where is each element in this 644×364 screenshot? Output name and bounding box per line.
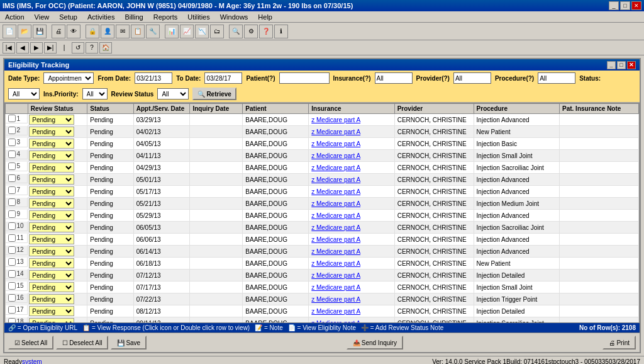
review-status-select[interactable]: Pending [29, 139, 74, 149]
toolbar-btn2[interactable]: 👤 [101, 25, 114, 38]
maximize-button[interactable]: □ [620, 1, 630, 10]
insurance-link[interactable]: z Medicare part A [311, 176, 360, 183]
row-checkbox[interactable] [8, 246, 16, 254]
table-row[interactable]: 16PendingPending07/22/13BAARE,DOUGz Medi… [6, 293, 639, 305]
menu-view[interactable]: View [32, 13, 52, 21]
toolbar-btn8[interactable]: 📉 [195, 25, 209, 38]
row-checkbox[interactable] [8, 151, 16, 158]
toolbar-btn6[interactable]: 📊 [165, 25, 179, 38]
table-row[interactable]: 1PendingPending03/29/13BAARE,DOUGz Medic… [6, 114, 639, 126]
cell-review-status[interactable]: Pending [28, 162, 87, 174]
cell-insurance[interactable]: z Medicare part A [309, 162, 394, 174]
cell-review-status[interactable]: Pending [28, 270, 87, 282]
nav-prev[interactable]: ◀ [16, 42, 29, 54]
row-checkbox[interactable] [8, 270, 16, 278]
review-status-select[interactable]: Pending [29, 198, 74, 208]
row-checkbox[interactable] [8, 306, 16, 314]
dialog-maximize[interactable]: □ [617, 61, 626, 69]
row-checkbox[interactable] [8, 115, 16, 122]
cell-review-status[interactable]: Pending [28, 126, 87, 138]
row-checkbox[interactable] [8, 282, 16, 290]
cell-review-status[interactable]: Pending [28, 198, 87, 210]
row-checkbox[interactable] [8, 294, 16, 302]
cell-review-status[interactable]: Pending [28, 210, 87, 222]
insurance-link[interactable]: z Medicare part A [311, 308, 360, 315]
review-status-select[interactable]: Pending [29, 151, 74, 161]
review-status-select[interactable]: Pending [29, 306, 74, 316]
nav-last[interactable]: ▶| [44, 42, 57, 54]
toolbar-btn3[interactable]: ✉ [116, 25, 130, 38]
table-row[interactable]: 8PendingPending05/21/13BAARE,DOUGz Medic… [6, 198, 639, 210]
insurance-link[interactable]: z Medicare part A [311, 260, 360, 267]
toolbar-btn4[interactable]: 📋 [131, 25, 145, 38]
row-checkbox[interactable] [8, 258, 16, 266]
from-date-input[interactable] [135, 72, 172, 84]
cell-review-status[interactable]: Pending [28, 186, 87, 198]
menu-utilities[interactable]: Utilities [185, 13, 212, 21]
cell-review-status[interactable]: Pending [28, 317, 87, 324]
procedure-input[interactable] [538, 72, 575, 84]
menu-billing[interactable]: Billing [122, 13, 145, 21]
table-row[interactable]: 2PendingPending04/02/13BAARE,DOUGz Medic… [6, 126, 639, 138]
toolbar-btn13[interactable]: ℹ [274, 25, 288, 38]
table-row[interactable]: 18PendingPending09/11/13BAARE,DOUGz Medi… [6, 317, 639, 324]
toolbar-btn11[interactable]: ⚙ [244, 25, 258, 38]
cell-insurance[interactable]: z Medicare part A [309, 258, 394, 270]
table-row[interactable]: 12PendingPending06/14/13BAARE,DOUGz Medi… [6, 246, 639, 258]
toolbar-save[interactable]: 💾 [33, 25, 47, 38]
insurance-link[interactable]: z Medicare part A [311, 200, 360, 207]
review-status-select[interactable]: Pending [29, 318, 74, 323]
toolbar-new[interactable]: 📄 [3, 25, 16, 38]
cell-insurance[interactable]: z Medicare part A [309, 114, 394, 126]
review-status-select[interactable]: Pending [29, 282, 74, 292]
table-row[interactable]: 6PendingPending05/01/13BAARE,DOUGz Medic… [6, 174, 639, 186]
review-status-select[interactable]: Pending [29, 258, 74, 268]
table-row[interactable]: 4PendingPending04/11/13BAARE,DOUGz Medic… [6, 150, 639, 162]
review-status-select[interactable]: Pending [29, 270, 74, 280]
cell-insurance[interactable]: z Medicare part A [309, 293, 394, 305]
row-checkbox[interactable] [8, 222, 16, 230]
dialog-close[interactable]: ✕ [627, 61, 636, 69]
date-type-select[interactable]: Appointment Da [43, 72, 94, 84]
row-checkbox[interactable] [8, 174, 16, 182]
review-status-select[interactable]: Pending [29, 162, 74, 173]
review-status-select[interactable]: Pending [29, 234, 74, 244]
toolbar-print[interactable]: 🖨 [52, 25, 65, 38]
cell-insurance[interactable]: z Medicare part A [309, 282, 394, 293]
toolbar-btn5[interactable]: 🔧 [146, 25, 160, 38]
nav-help[interactable]: ? [86, 42, 98, 54]
minimize-button[interactable]: _ [609, 1, 619, 10]
review-status-select[interactable]: Pending [29, 115, 74, 125]
menu-action[interactable]: Action [3, 13, 27, 21]
toolbar-btn10[interactable]: 🔍 [229, 25, 243, 38]
cell-review-status[interactable]: Pending [28, 150, 87, 162]
save-button[interactable]: 💾 Save [111, 336, 147, 350]
insurance-link[interactable]: z Medicare part A [311, 164, 360, 171]
toolbar-btn9[interactable]: 🗂 [210, 25, 224, 38]
nav-refresh[interactable]: ↺ [72, 42, 84, 54]
table-row[interactable]: 7PendingPending05/17/13BAARE,DOUGz Medic… [6, 186, 639, 198]
table-row[interactable]: 5PendingPending04/29/13BAARE,DOUGz Medic… [6, 162, 639, 174]
menu-windows[interactable]: Windows [218, 13, 251, 21]
cell-insurance[interactable]: z Medicare part A [309, 210, 394, 222]
cell-insurance[interactable]: z Medicare part A [309, 234, 394, 246]
review-status-select[interactable]: Pending [29, 222, 74, 232]
review-status-select[interactable]: Pending [29, 186, 74, 196]
review-status-select[interactable]: Pending [29, 210, 74, 220]
table-row[interactable]: 11PendingPending06/06/13BAARE,DOUGz Medi… [6, 234, 639, 246]
send-inquiry-button[interactable]: 📤 Send Inquiry [347, 336, 403, 350]
toolbar-btn12[interactable]: ❓ [259, 25, 273, 38]
review-status-select[interactable]: Pending [29, 246, 74, 256]
cell-insurance[interactable]: z Medicare part A [309, 198, 394, 210]
review-status-select[interactable]: Pending [29, 294, 74, 304]
menu-reports[interactable]: Reports [151, 13, 180, 21]
ins-priority-select[interactable]: All [82, 88, 108, 100]
cell-insurance[interactable]: z Medicare part A [309, 305, 394, 317]
review-status-select[interactable]: Pending [29, 174, 74, 185]
cell-insurance[interactable]: z Medicare part A [309, 246, 394, 258]
insurance-link[interactable]: z Medicare part A [311, 224, 360, 231]
cell-insurance[interactable]: z Medicare part A [309, 270, 394, 282]
menu-help[interactable]: Help [255, 13, 275, 21]
insurance-link[interactable]: z Medicare part A [311, 140, 360, 147]
insurance-link[interactable]: z Medicare part A [311, 212, 360, 219]
